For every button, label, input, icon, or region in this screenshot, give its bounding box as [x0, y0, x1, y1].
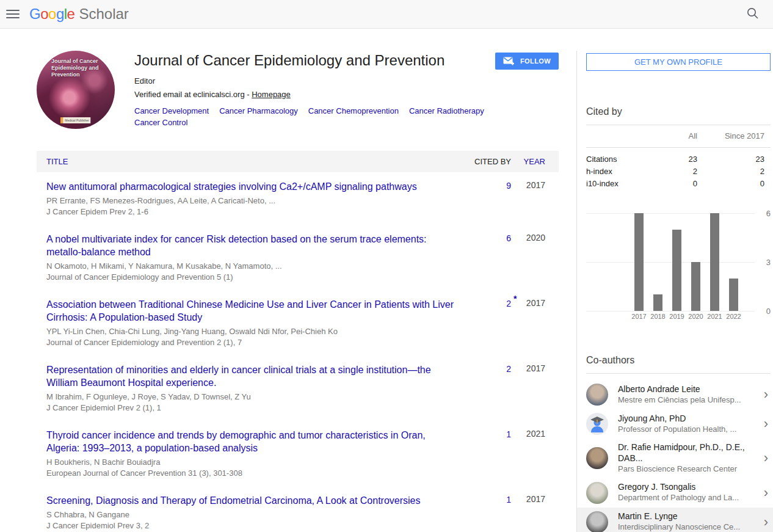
article-year: 2017: [511, 172, 559, 225]
cited-asterisk-icon: *: [514, 294, 517, 304]
cited-by-link[interactable]: 1: [506, 429, 511, 439]
search-button[interactable]: [744, 4, 762, 24]
profile-info: Journal of Cancer Epidemiology and Preve…: [134, 51, 495, 129]
chart-bar-year-label: 2021: [707, 313, 722, 320]
avatar-publisher-strip: Medical Publisher: [60, 117, 90, 123]
chart-bar[interactable]: [710, 213, 719, 311]
follow-button[interactable]: FOLLOW: [495, 53, 559, 70]
co-author-photo: [586, 511, 608, 532]
article-row: Screening, Diagnosis and Therapy of Endo…: [37, 486, 559, 532]
chart-bar-group: 2019: [672, 230, 681, 311]
chart-bar-group: 2022: [729, 279, 738, 311]
article-title-link[interactable]: Screening, Diagnosis and Therapy of Endo…: [46, 494, 456, 507]
logo-letter: g: [56, 5, 64, 22]
chart-bar[interactable]: [672, 230, 681, 311]
google-wordmark: Google: [29, 5, 74, 23]
menu-button[interactable]: [6, 10, 20, 18]
co-author-list-item[interactable]: Martin E. LyngeInterdisciplinary Nanosci…: [577, 508, 773, 532]
chart-bar[interactable]: [653, 294, 662, 311]
stats-header-row: All Since 2017: [586, 125, 771, 148]
stats-row: h-index22: [586, 166, 771, 178]
column-header-year[interactable]: YEAR: [511, 151, 559, 172]
article-year: 2020: [511, 225, 559, 290]
logo-letter: G: [29, 5, 40, 22]
cited-by-link[interactable]: 6: [506, 233, 511, 243]
chart-bars: 201720182019202020212022: [634, 213, 738, 311]
homepage-link[interactable]: Homepage: [252, 90, 291, 99]
chart-bar-group: 2021: [710, 213, 719, 311]
article-authors: PR Errante, FS Menezes-Rodrigues, AA Lei…: [46, 195, 456, 206]
article-venue: J Cancer Epidemiol Prev 2 (1), 1: [46, 403, 456, 414]
stats-row: Citations2323: [586, 153, 771, 166]
interest-tag[interactable]: Cancer Control: [134, 117, 187, 128]
logo-letter: e: [67, 5, 75, 22]
interest-tag[interactable]: Cancer Chemoprevention: [308, 105, 399, 117]
chart-bar-year-label: 2022: [726, 313, 741, 320]
stat-value-since: 2: [697, 166, 771, 178]
article-title-link[interactable]: Thyroid cancer incidence and trends by d…: [46, 429, 456, 454]
stat-value-since: 0: [697, 178, 771, 190]
avatar-cover-title: Journal of Cancer Epidemiology and Preve…: [51, 58, 99, 78]
chevron-right-icon[interactable]: ›: [764, 417, 771, 431]
chevron-right-icon[interactable]: ›: [764, 516, 771, 529]
article-year: 2017: [511, 290, 559, 355]
search-icon: [746, 7, 760, 20]
cited-by-link[interactable]: 2: [506, 299, 511, 308]
co-author-list-item[interactable]: Gregory J. TsongalisDepartment of Pathol…: [577, 478, 773, 508]
logo-letter: o: [40, 5, 48, 22]
chart-plot-area: 630201720182019202020212022: [586, 213, 755, 311]
article-title-link[interactable]: New antitumoral pharmacological strategi…: [46, 180, 456, 193]
chart-bar-group: 2017: [634, 213, 644, 311]
chart-bar[interactable]: [729, 279, 738, 311]
chart-bar-year-label: 2019: [669, 313, 684, 320]
article-title-link[interactable]: Association between Traditional Chinese …: [46, 298, 456, 324]
follow-label: FOLLOW: [520, 57, 551, 65]
chart-bar-year-label: 2017: [631, 313, 646, 320]
co-author-photo: [586, 384, 608, 406]
chevron-right-icon[interactable]: ›: [764, 486, 771, 500]
article-year: 2017: [511, 355, 559, 421]
column-header-title[interactable]: TITLE: [37, 151, 456, 172]
co-author-list-item[interactable]: Dr. Rafie Hamidpour, Ph.D., D.E., DAB...…: [577, 439, 773, 478]
article-row: A nobel multivariate index for cancer Ri…: [37, 225, 559, 290]
co-author-name: Alberto Andrade Leite: [618, 384, 760, 395]
column-header-cited-by: CITED BY: [456, 151, 511, 172]
articles-header-row: TITLE CITED BY YEAR: [37, 151, 559, 172]
co-author-list-item[interactable]: Jiyoung Ahn, PhDProfessor of Population …: [577, 409, 773, 439]
interest-tag[interactable]: Cancer Development: [134, 105, 209, 117]
article-title-link[interactable]: Representation of minorities and elderly…: [46, 363, 456, 389]
article-title-link[interactable]: A nobel multivariate index for cancer Ri…: [46, 233, 456, 258]
sidebar: GET MY OWN PROFILE Cited by All Since 20…: [576, 51, 773, 532]
chart-bar[interactable]: [634, 213, 644, 311]
cited-by-link[interactable]: 2: [506, 364, 511, 374]
logo-letter: o: [48, 5, 56, 22]
co-author-list-item[interactable]: Alberto Andrade LeiteMestre em Ciências …: [577, 380, 773, 409]
co-author-photo: [586, 447, 608, 469]
article-venue: J Cancer Epidemiol Prev 3, 2: [46, 520, 456, 531]
articles-table: TITLE CITED BY YEAR New antitumoral phar…: [37, 151, 559, 532]
co-author-name: Dr. Rafie Hamidpour, Ph.D., D.E., DAB...: [618, 442, 760, 464]
article-row: New antitumoral pharmacological strategi…: [37, 172, 559, 225]
cited-by-link[interactable]: 1: [506, 495, 511, 505]
article-year: 2017: [511, 486, 559, 532]
stat-value-all: 2: [655, 166, 697, 178]
stat-value-all: 23: [655, 153, 697, 166]
scholar-wordmark: Scholar: [79, 5, 128, 23]
article-authors: N Okamoto, H Mikami, Y Nakamura, M Kusak…: [46, 261, 456, 272]
interest-tag[interactable]: Cancer Pharmacology: [219, 105, 298, 117]
cited-by-link[interactable]: 9: [506, 181, 511, 191]
google-scholar-logo[interactable]: Google Scholar: [29, 5, 129, 23]
co-author-name: Jiyoung Ahn, PhD: [618, 414, 760, 425]
envelope-plus-icon: [503, 57, 515, 66]
chart-bar[interactable]: [691, 262, 700, 311]
co-author-affiliation: Interdisciplinary Nanoscience Ce...: [618, 522, 760, 532]
get-my-own-profile-button[interactable]: GET MY OWN PROFILE: [586, 53, 771, 71]
interest-tag[interactable]: Cancer Radiotherapy: [409, 105, 484, 117]
chart-gridline: [586, 311, 755, 312]
chevron-right-icon[interactable]: ›: [764, 451, 771, 465]
stat-value-since: 23: [697, 153, 771, 166]
profile-header: Journal of Cancer Epidemiology and Preve…: [37, 51, 559, 129]
graduate-person-icon: [586, 413, 608, 435]
citations-chart: 630201720182019202020212022: [586, 213, 771, 322]
chevron-right-icon[interactable]: ›: [764, 388, 771, 401]
